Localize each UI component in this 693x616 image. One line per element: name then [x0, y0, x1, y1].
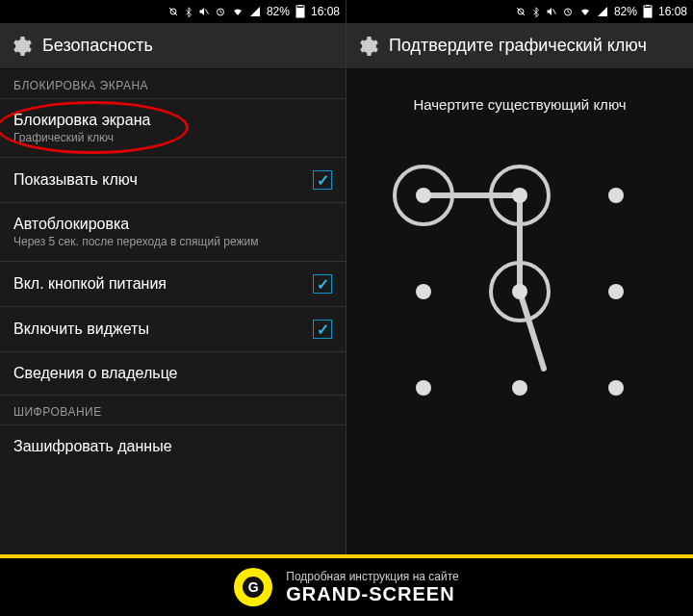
bottom-banner: G Подробная инструкция на сайте GRAND-SC…	[0, 554, 693, 616]
item-auto-lock[interactable]: Автоблокировка Через 5 сек. после перехо…	[0, 203, 346, 262]
item-owner-info[interactable]: Сведения о владельце	[0, 352, 346, 396]
checkbox-power-lock[interactable]: ✓	[313, 274, 332, 294]
clock: 16:08	[311, 5, 340, 18]
signal-icon	[249, 6, 261, 17]
pattern-dot[interactable]	[416, 188, 431, 203]
item-title: Автоблокировка	[13, 216, 258, 233]
item-enable-widgets[interactable]: Включить виджеты ✓	[0, 307, 346, 352]
item-title: Показывать ключ	[13, 171, 138, 189]
status-bar-right: 82% 16:08	[346, 0, 693, 23]
signal-icon	[597, 6, 608, 17]
status-icons	[515, 6, 608, 17]
vibrate-icon	[515, 6, 526, 17]
page-title-left: Безопасность	[42, 36, 153, 56]
svg-line-9	[552, 10, 555, 14]
banner-title: GRAND-SCREEN	[286, 583, 458, 605]
battery-icon	[643, 5, 653, 18]
mute-icon	[198, 6, 210, 17]
svg-rect-6	[298, 5, 302, 6]
svg-line-2	[205, 10, 208, 14]
alarm-icon	[562, 6, 574, 17]
bluetooth-icon	[184, 6, 193, 17]
bluetooth-icon	[531, 6, 541, 17]
item-title: Сведения о владельце	[13, 365, 178, 382]
pattern-grid[interactable]	[375, 147, 664, 436]
pattern-area: Начертите существующий ключ	[346, 69, 693, 554]
pattern-prompt: Начертите существующий ключ	[401, 69, 637, 122]
pattern-dot[interactable]	[512, 188, 527, 203]
gear-icon[interactable]	[356, 35, 379, 58]
pattern-dot[interactable]	[608, 284, 624, 299]
status-icons	[167, 6, 261, 17]
item-power-button-lock[interactable]: Вкл. кнопкой питания ✓	[0, 262, 346, 307]
checkbox-widgets[interactable]: ✓	[313, 320, 332, 339]
item-screen-lock[interactable]: Блокировка экрана Графический ключ	[0, 99, 346, 158]
logo-badge: G	[234, 568, 272, 606]
svg-rect-13	[646, 5, 650, 6]
svg-rect-5	[296, 8, 304, 17]
pattern-dot[interactable]	[416, 380, 431, 396]
status-bar-left: 82% 16:08	[0, 0, 346, 23]
pattern-dot[interactable]	[608, 380, 624, 396]
item-subtitle: Через 5 сек. после перехода в спящий реж…	[13, 235, 258, 248]
item-show-pattern[interactable]: Показывать ключ ✓	[0, 158, 346, 203]
security-settings-screen: 82% 16:08 Безопасность БЛОКИРОВКА ЭКРАНА…	[0, 0, 346, 554]
item-title: Зашифровать данные	[13, 438, 172, 455]
gear-icon[interactable]	[10, 35, 33, 58]
clock: 16:08	[658, 5, 687, 18]
pattern-dot[interactable]	[512, 380, 527, 396]
item-title: Вкл. кнопкой питания	[13, 275, 167, 293]
pattern-dot[interactable]	[416, 284, 431, 299]
page-title-right: Подтвердите графический ключ	[389, 36, 647, 56]
vibrate-icon	[167, 6, 179, 17]
confirm-pattern-screen: 82% 16:08 Подтвердите графический ключ Н…	[346, 0, 693, 554]
mute-icon	[546, 6, 557, 17]
check-icon: ✓	[317, 171, 329, 190]
battery-icon	[295, 5, 305, 18]
wifi-icon	[231, 6, 244, 17]
alarm-icon	[215, 6, 226, 17]
section-header-lockscreen: БЛОКИРОВКА ЭКРАНА	[0, 69, 346, 99]
check-icon: ✓	[317, 275, 329, 294]
pattern-dot[interactable]	[608, 188, 624, 203]
item-encrypt[interactable]: Зашифровать данные	[0, 425, 346, 468]
logo-letter: G	[243, 577, 264, 598]
item-title: Блокировка экрана	[13, 112, 150, 129]
banner-text: Подробная инструкция на сайте GRAND-SCRE…	[286, 570, 458, 605]
battery-percentage: 82%	[267, 5, 290, 18]
item-title: Включить виджеты	[13, 321, 149, 338]
header-left: Безопасность	[0, 23, 346, 69]
check-icon: ✓	[317, 321, 329, 339]
section-header-encryption: ШИФРОВАНИЕ	[0, 396, 346, 425]
svg-rect-12	[644, 8, 652, 17]
wifi-icon	[578, 6, 592, 17]
header-right: Подтвердите графический ключ	[346, 23, 693, 69]
pattern-dot[interactable]	[512, 284, 527, 299]
item-subtitle: Графический ключ	[13, 131, 150, 144]
banner-subtitle: Подробная инструкция на сайте	[286, 570, 458, 583]
battery-percentage: 82%	[614, 5, 637, 18]
checkbox-show-pattern[interactable]: ✓	[313, 170, 332, 190]
